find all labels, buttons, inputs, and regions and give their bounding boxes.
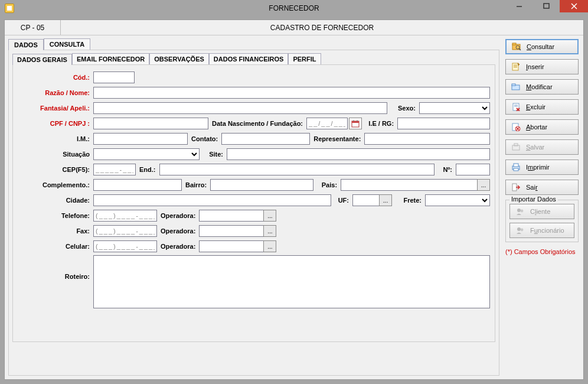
svg-rect-5 xyxy=(352,121,359,123)
abortar-button[interactable]: Abortar xyxy=(505,119,579,135)
label-pais: Pais: xyxy=(313,181,341,188)
input-pais[interactable] xyxy=(341,179,478,191)
input-site[interactable] xyxy=(227,148,490,160)
svg-rect-17 xyxy=(512,84,515,86)
app-icon xyxy=(5,4,14,13)
label-num: Nº: xyxy=(435,166,456,173)
inserir-button[interactable]: Inserir xyxy=(505,59,579,74)
close-button[interactable] xyxy=(560,0,588,12)
modificar-label: Modificar xyxy=(526,83,553,90)
tab-dados[interactable]: DADOS xyxy=(8,39,44,50)
input-num[interactable] xyxy=(456,164,490,175)
inserir-label: Inserir xyxy=(526,63,544,70)
label-cod: Cód.: xyxy=(18,74,93,81)
salvar-button[interactable]: Salvar xyxy=(505,139,579,155)
lookup-oper-fax[interactable]: ... xyxy=(263,225,276,237)
modificar-button[interactable]: Modificar xyxy=(505,79,579,95)
input-celular[interactable] xyxy=(93,240,157,252)
label-contato: Contato: xyxy=(188,135,221,142)
lookup-pais[interactable]: ... xyxy=(477,179,490,191)
abortar-label: Abortar xyxy=(526,123,547,131)
svg-line-11 xyxy=(519,48,521,50)
input-end[interactable] xyxy=(159,164,435,175)
minimize-button[interactable] xyxy=(505,0,533,12)
subtab-email[interactable]: EMAIL FORNECEDOR xyxy=(72,53,149,64)
select-sexo[interactable] xyxy=(419,102,490,114)
input-oper-fax[interactable] xyxy=(199,225,264,237)
importar-cliente-button[interactable]: Cliente xyxy=(509,204,574,219)
label-frete: Frete: xyxy=(392,197,425,204)
label-cpf: CPF / CNPJ : xyxy=(18,120,93,127)
label-repr: Representante: xyxy=(310,135,364,142)
subtab-dados-gerais[interactable]: DADOS GERAIS xyxy=(12,54,72,65)
svg-point-36 xyxy=(521,229,524,232)
subtab-observacoes[interactable]: OBSERVAÇÕES xyxy=(149,53,209,64)
input-repr[interactable] xyxy=(364,133,490,145)
input-cod[interactable] xyxy=(93,71,135,83)
label-oper-cel: Operadora: xyxy=(157,243,199,250)
maximize-button[interactable] xyxy=(533,0,560,12)
delete-icon xyxy=(511,102,521,112)
svg-point-35 xyxy=(517,227,521,231)
print-icon xyxy=(511,162,521,172)
svg-point-6 xyxy=(353,120,354,121)
consultar-button[interactable]: CConsultaronsultar xyxy=(505,39,579,54)
lookup-oper-cel[interactable]: ... xyxy=(263,240,276,252)
importar-funcionario-button[interactable]: Funcionário xyxy=(509,223,574,238)
svg-rect-12 xyxy=(512,63,518,70)
input-im[interactable] xyxy=(93,133,188,145)
input-bairro[interactable] xyxy=(210,179,313,191)
required-footnote: (*) Campos Obrigatórios xyxy=(505,248,579,255)
label-razao: Razão / Nome: xyxy=(18,89,93,96)
input-compl[interactable] xyxy=(93,179,182,191)
svg-rect-9 xyxy=(512,43,516,45)
input-fantasia[interactable] xyxy=(93,102,387,114)
label-roteiro: Roteiro: xyxy=(18,255,93,280)
header-title: CADASTRO DE FORNECEDOR xyxy=(61,20,583,35)
input-cidade[interactable] xyxy=(93,194,331,206)
input-contato[interactable] xyxy=(221,133,310,145)
label-nasc: Data Nascimento / Fundação: xyxy=(208,120,306,127)
lookup-oper-tel[interactable]: ... xyxy=(263,210,276,222)
label-site: Site: xyxy=(200,151,227,158)
sair-button[interactable]: Sair xyxy=(505,180,579,195)
titlebar: FORNECEDOR xyxy=(0,0,588,17)
svg-point-7 xyxy=(357,120,358,121)
input-cep[interactable] xyxy=(93,164,136,175)
header-strip: CP - 05 CADASTRO DE FORNECEDOR xyxy=(5,20,583,35)
exit-icon xyxy=(511,183,521,192)
label-oper-tel: Operadora: xyxy=(157,212,199,219)
input-razao[interactable] xyxy=(93,87,490,99)
subtab-financeiros[interactable]: DADOS FINANCEIROS xyxy=(209,53,289,64)
sidebar: CConsultaronsultar Inserir Modificar Exc… xyxy=(503,35,583,379)
lookup-uf[interactable]: ... xyxy=(379,194,392,206)
imprimir-button[interactable]: Imprimir xyxy=(505,160,579,175)
label-situacao: Situação xyxy=(18,151,93,158)
salvar-label: Salvar xyxy=(526,144,544,151)
input-fax[interactable] xyxy=(93,225,157,237)
excluir-button[interactable]: Excluir xyxy=(505,99,579,115)
input-ierg[interactable] xyxy=(397,118,490,129)
label-cep: CEP(F5): xyxy=(18,166,93,173)
select-frete[interactable] xyxy=(425,194,490,206)
input-telefone[interactable] xyxy=(93,210,157,222)
svg-point-34 xyxy=(521,210,524,213)
tab-consulta[interactable]: CONSULTA xyxy=(44,38,90,50)
svg-point-33 xyxy=(517,209,521,212)
consultar-label: CConsultaronsultar xyxy=(527,43,554,50)
imprimir-label: Imprimir xyxy=(526,164,550,171)
subtab-perfil[interactable]: PERFIL xyxy=(288,53,321,64)
select-situacao[interactable] xyxy=(93,148,200,160)
svg-rect-31 xyxy=(514,168,518,171)
input-oper-cel[interactable] xyxy=(199,240,264,252)
input-nasc[interactable] xyxy=(306,118,348,129)
calendar-button[interactable] xyxy=(349,118,362,129)
textarea-roteiro[interactable] xyxy=(93,255,490,308)
input-oper-tel[interactable] xyxy=(199,210,264,222)
label-oper-fax: Operadora: xyxy=(157,227,199,235)
input-cpf[interactable] xyxy=(93,118,208,129)
input-uf[interactable] xyxy=(352,194,380,206)
importar-legend: Importar Dados xyxy=(509,196,558,203)
label-compl: Complemento.: xyxy=(18,181,93,188)
excluir-label: Excluir xyxy=(526,103,545,110)
